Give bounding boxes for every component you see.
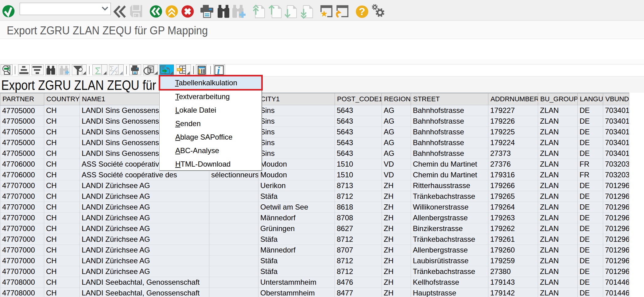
svg-text:i: i — [217, 65, 220, 76]
svg-text:?: ? — [359, 6, 365, 17]
svg-text:Σ: Σ — [95, 65, 101, 76]
svg-text:Σ: Σ — [115, 70, 118, 76]
